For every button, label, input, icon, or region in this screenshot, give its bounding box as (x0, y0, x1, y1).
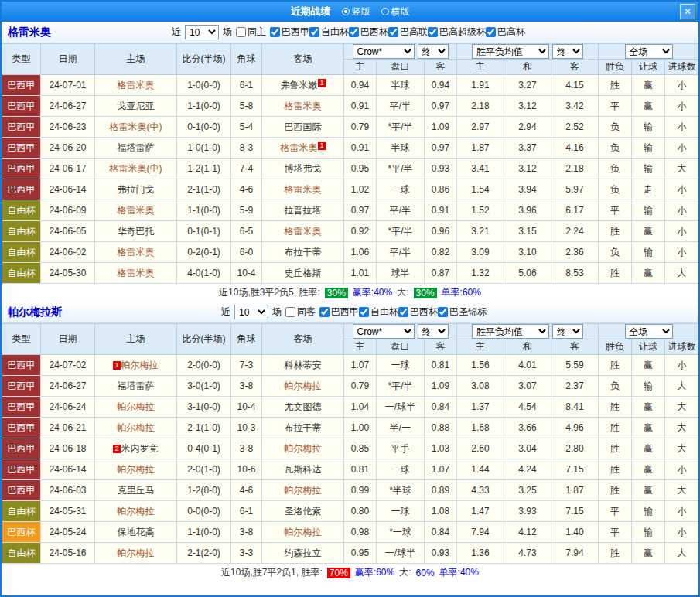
away-handicap-odds: 0.82 (425, 242, 457, 263)
competition-filter[interactable]: 巴圣锦标 (438, 305, 487, 319)
recent-count-select[interactable]: 10 (234, 305, 268, 319)
odds-final-select[interactable]: 终 (418, 324, 449, 339)
recent-results-window: 近期战绩 竖版横版 ✕ 格雷米奥 近 10 场 同主 巴西甲自由杯巴西杯巴高联巴… (0, 0, 700, 597)
odds-final-select[interactable]: 终 (418, 44, 449, 59)
draw-odds: 4.54 (504, 397, 551, 418)
result-handicap: 输 (632, 242, 665, 263)
match-date: 24-06-27 (41, 96, 95, 117)
draw-odds: 3.93 (504, 501, 551, 522)
competition-filter[interactable]: 巴西甲 (319, 305, 359, 319)
close-button[interactable]: ✕ (680, 4, 695, 19)
wdl-final-select[interactable]: 终 (552, 324, 583, 339)
home-team: 福塔雷萨 (95, 138, 177, 159)
wdl-final-select[interactable]: 终 (552, 44, 583, 59)
competition-filter[interactable]: 巴西甲 (270, 26, 309, 39)
team-title: 帕尔梅拉斯 (8, 305, 62, 319)
competition-checkbox[interactable] (486, 27, 496, 37)
team-name-text: 帕尔梅拉 (118, 422, 155, 433)
recent-count-select[interactable]: 10 (185, 25, 219, 39)
result-goals: 大 (665, 263, 699, 284)
competition-filter[interactable]: 巴西杯 (398, 305, 438, 319)
over-label: 大: (399, 566, 411, 579)
result-wdl: 负 (599, 138, 632, 159)
column-header: 主 (344, 60, 377, 75)
competition-checkbox[interactable] (388, 27, 398, 37)
red-card-badge: 2 (113, 445, 120, 453)
result-handicap: 赢 (632, 418, 665, 438)
match-row: 巴西甲 24-06-14 弗拉门戈 2-1(1-0) 4-6 格雷米奥 1.02… (2, 179, 699, 200)
competition-filter[interactable]: 巴高超级杯 (428, 26, 486, 39)
same-venue-checkbox[interactable] (285, 307, 295, 317)
home-handicap-odds: 0.99 (344, 480, 377, 501)
view-mode-1[interactable]: 横版 (381, 5, 410, 19)
competition-label: 巴西甲 (282, 26, 309, 39)
competition-checkbox[interactable] (428, 27, 438, 37)
home-team: 帕尔梅拉 (95, 418, 177, 438)
team-name-text: 帕尔梅拉 (118, 548, 155, 558)
competition-checkbox[interactable] (309, 27, 319, 37)
away-team: 拉普拉塔 (262, 200, 344, 221)
score: 1-0(1-0) (177, 138, 231, 159)
competition-checkbox[interactable] (438, 307, 448, 317)
competition-filter[interactable]: 巴西杯 (349, 26, 388, 39)
home-team: 格雷米奥 (95, 242, 177, 263)
result-goals: 小 (665, 242, 699, 263)
competition-checkbox[interactable] (398, 307, 408, 317)
match-row: 巴西甲 24-06-24 帕尔梅拉 3-1(0-0) 10-4 尤文图德 1.0… (2, 397, 699, 418)
home-handicap-odds: 0.98 (344, 522, 377, 543)
team-name-text: 帕尔梅拉 (118, 506, 155, 517)
away-win-odds: 4.15 (551, 75, 599, 96)
same-venue-filter[interactable]: 同客 (285, 305, 316, 319)
wdl-source-select[interactable]: 胜平负均值 (472, 44, 549, 59)
same-venue-checkbox[interactable] (236, 27, 246, 37)
draw-odds: 3.12 (504, 96, 551, 117)
fulltime-select[interactable]: 全场 (625, 324, 673, 339)
column-header: 胜负 (599, 339, 632, 355)
score: 4-0(1-0) (177, 263, 231, 284)
score: 2-1(2-0) (177, 543, 231, 564)
competition-filters: 巴西甲自由杯巴西杯巴圣锦标 (319, 305, 487, 319)
competition-checkbox[interactable] (349, 27, 359, 37)
same-venue-filter[interactable]: 同主 (236, 26, 266, 39)
away-win-odds: 6.17 (551, 200, 599, 221)
home-handicap-odds: 0.80 (344, 501, 377, 522)
home-team: 帕尔梅拉 (95, 459, 177, 480)
home-team: 1帕尔梅拉 (95, 355, 177, 376)
match-row: 巴西甲 24-06-27 戈亚尼亚 1-1(0-0) 5-8 格雷米奥 0.91… (2, 96, 699, 117)
competition-checkbox[interactable] (359, 307, 369, 317)
competition-label: 巴西杯 (360, 26, 388, 39)
match-row: 巴西甲 24-06-27 福塔雷萨 3-0(1-0) 3-8 帕尔梅拉 0.79… (2, 376, 699, 397)
odds-company-select[interactable]: Crow* (353, 324, 415, 339)
view-mode-0[interactable]: 竖版 (342, 5, 370, 19)
competition-filter[interactable]: 巴高杯 (486, 26, 525, 39)
away-handicap-odds: 0.86 (425, 179, 457, 200)
result-goals: 小 (665, 501, 699, 522)
wdl-source-select[interactable]: 胜平负均值 (472, 324, 549, 339)
column-header: 胜负 (599, 60, 632, 75)
competition-filter[interactable]: 自由杯 (309, 26, 349, 39)
competition-filter[interactable]: 自由杯 (359, 305, 398, 319)
same-venue-label: 同主 (248, 26, 266, 39)
score: 1-0(0-0) (177, 75, 231, 96)
odds-company-select[interactable]: Crow* (353, 44, 415, 59)
competition-filter[interactable]: 巴高联 (388, 26, 428, 39)
home-handicap-odds: 1.04 (344, 397, 377, 418)
match-date: 24-05-24 (41, 522, 95, 543)
fulltime-select[interactable]: 全场 (625, 44, 673, 59)
competition-checkbox[interactable] (270, 27, 280, 37)
result-handicap: 赢 (632, 438, 665, 459)
away-win-odds: 5.59 (551, 355, 599, 376)
team-name-text: 戈亚尼亚 (118, 101, 155, 111)
competition-type: 巴西杯 (2, 522, 41, 543)
team-name-text: 帕尔梅拉 (285, 380, 322, 391)
away-handicap-odds: 0.84 (425, 522, 457, 543)
team-name-text: 布拉干蒂 (285, 247, 322, 258)
match-row: 巴西甲 24-06-14 帕尔梅拉 2-0(1-0) 10-6 瓦斯科达 0.8… (2, 459, 699, 480)
match-row: 自由杯 24-06-02 格雷米奥 0-2(0-1) 6-0 布拉干蒂 1.06… (2, 242, 699, 263)
competition-checkbox[interactable] (319, 307, 330, 317)
result-handicap: 输 (632, 501, 665, 522)
results-table-head: 类型日期主场比分(半场)角球客场Crow*终胜平负均值终全场主盘口客主和客胜负让… (2, 44, 699, 75)
away-win-odds: 4.96 (551, 418, 599, 438)
match-date: 24-05-31 (41, 501, 95, 522)
team-title: 格雷米奥 (8, 26, 51, 39)
